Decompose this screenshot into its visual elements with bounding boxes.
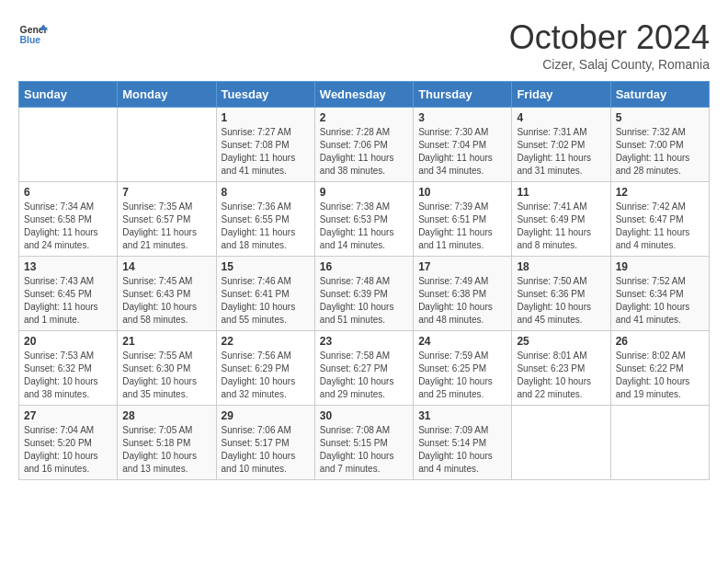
day-info: Sunrise: 8:01 AM Sunset: 6:23 PM Dayligh… (517, 350, 605, 401)
day-number: 9 (320, 186, 408, 199)
calendar-table: SundayMondayTuesdayWednesdayThursdayFrid… (18, 81, 710, 480)
day-number: 24 (418, 335, 506, 348)
calendar-cell: 23Sunrise: 7:58 AM Sunset: 6:27 PM Dayli… (314, 331, 413, 406)
day-number: 15 (222, 260, 310, 273)
calendar-cell: 12Sunrise: 7:42 AM Sunset: 6:47 PM Dayli… (610, 182, 709, 257)
day-number: 26 (616, 335, 704, 348)
calendar-cell: 10Sunrise: 7:39 AM Sunset: 6:51 PM Dayli… (414, 182, 512, 257)
day-number: 11 (517, 186, 605, 199)
day-info: Sunrise: 7:46 AM Sunset: 6:41 PM Dayligh… (222, 275, 310, 327)
calendar-cell: 28Sunrise: 7:05 AM Sunset: 5:18 PM Dayli… (118, 406, 216, 480)
day-info: Sunrise: 7:41 AM Sunset: 6:49 PM Dayligh… (517, 201, 605, 252)
day-number: 6 (24, 186, 112, 199)
day-number: 12 (616, 186, 704, 199)
calendar-cell: 3Sunrise: 7:30 AM Sunset: 7:04 PM Daylig… (414, 108, 512, 182)
calendar-cell: 4Sunrise: 7:31 AM Sunset: 7:02 PM Daylig… (512, 108, 610, 182)
day-number: 13 (24, 260, 112, 273)
day-number: 28 (122, 409, 210, 422)
calendar-cell: 18Sunrise: 7:50 AM Sunset: 6:36 PM Dayli… (512, 257, 610, 331)
calendar-cell: 16Sunrise: 7:48 AM Sunset: 6:39 PM Dayli… (314, 257, 413, 331)
day-info: Sunrise: 7:43 AM Sunset: 6:45 PM Dayligh… (24, 275, 112, 327)
logo: General Blue (18, 18, 48, 48)
calendar-cell: 8Sunrise: 7:36 AM Sunset: 6:55 PM Daylig… (216, 182, 314, 257)
day-info: Sunrise: 7:39 AM Sunset: 6:51 PM Dayligh… (418, 201, 506, 252)
day-info: Sunrise: 7:42 AM Sunset: 6:47 PM Dayligh… (616, 201, 704, 252)
day-info: Sunrise: 7:08 AM Sunset: 5:15 PM Dayligh… (320, 424, 408, 476)
day-info: Sunrise: 7:48 AM Sunset: 6:39 PM Dayligh… (320, 275, 408, 327)
calendar-cell (610, 406, 709, 480)
day-info: Sunrise: 8:02 AM Sunset: 6:22 PM Dayligh… (616, 350, 704, 401)
day-of-week-header: Friday (512, 82, 610, 108)
calendar-week-row: 27Sunrise: 7:04 AM Sunset: 5:20 PM Dayli… (19, 406, 710, 480)
calendar-cell: 25Sunrise: 8:01 AM Sunset: 6:23 PM Dayli… (512, 331, 610, 406)
day-info: Sunrise: 7:06 AM Sunset: 5:17 PM Dayligh… (222, 424, 310, 476)
day-info: Sunrise: 7:58 AM Sunset: 6:27 PM Dayligh… (320, 350, 408, 401)
day-info: Sunrise: 7:05 AM Sunset: 5:18 PM Dayligh… (122, 424, 210, 476)
day-info: Sunrise: 7:53 AM Sunset: 6:32 PM Dayligh… (24, 350, 112, 401)
location-subtitle: Cizer, Salaj County, Romania (509, 57, 710, 72)
day-number: 29 (222, 409, 310, 422)
calendar-cell: 14Sunrise: 7:45 AM Sunset: 6:43 PM Dayli… (118, 257, 216, 331)
calendar-week-row: 1Sunrise: 7:27 AM Sunset: 7:08 PM Daylig… (19, 108, 710, 182)
calendar-cell (512, 406, 610, 480)
calendar-cell: 20Sunrise: 7:53 AM Sunset: 6:32 PM Dayli… (19, 331, 118, 406)
calendar-cell: 9Sunrise: 7:38 AM Sunset: 6:53 PM Daylig… (314, 182, 413, 257)
calendar-cell: 21Sunrise: 7:55 AM Sunset: 6:30 PM Dayli… (118, 331, 216, 406)
calendar-cell: 17Sunrise: 7:49 AM Sunset: 6:38 PM Dayli… (414, 257, 512, 331)
day-number: 30 (320, 409, 408, 422)
calendar-week-row: 13Sunrise: 7:43 AM Sunset: 6:45 PM Dayli… (19, 257, 710, 331)
day-number: 7 (122, 186, 210, 199)
day-info: Sunrise: 7:30 AM Sunset: 7:04 PM Dayligh… (418, 126, 506, 178)
day-info: Sunrise: 7:31 AM Sunset: 7:02 PM Dayligh… (517, 126, 605, 178)
calendar-week-row: 20Sunrise: 7:53 AM Sunset: 6:32 PM Dayli… (19, 331, 710, 406)
day-info: Sunrise: 7:36 AM Sunset: 6:55 PM Dayligh… (222, 201, 310, 252)
day-info: Sunrise: 7:50 AM Sunset: 6:36 PM Dayligh… (517, 275, 605, 327)
day-info: Sunrise: 7:34 AM Sunset: 6:58 PM Dayligh… (24, 201, 112, 252)
calendar-cell: 11Sunrise: 7:41 AM Sunset: 6:49 PM Dayli… (512, 182, 610, 257)
day-number: 4 (517, 111, 605, 124)
day-info: Sunrise: 7:27 AM Sunset: 7:08 PM Dayligh… (222, 126, 310, 178)
day-info: Sunrise: 7:59 AM Sunset: 6:25 PM Dayligh… (418, 350, 506, 401)
day-number: 31 (418, 409, 506, 422)
day-number: 16 (320, 260, 408, 273)
calendar-cell: 19Sunrise: 7:52 AM Sunset: 6:34 PM Dayli… (610, 257, 709, 331)
page-header: General Blue October 2024 Cizer, Salaj C… (18, 18, 710, 72)
calendar-cell (118, 108, 216, 182)
calendar-cell: 7Sunrise: 7:35 AM Sunset: 6:57 PM Daylig… (118, 182, 216, 257)
day-info: Sunrise: 7:09 AM Sunset: 5:14 PM Dayligh… (418, 424, 506, 476)
day-info: Sunrise: 7:35 AM Sunset: 6:57 PM Dayligh… (122, 201, 210, 252)
calendar-cell (19, 108, 118, 182)
day-number: 5 (616, 111, 704, 124)
day-number: 2 (320, 111, 408, 124)
day-number: 19 (616, 260, 704, 273)
day-of-week-header: Wednesday (314, 82, 413, 108)
calendar-cell: 27Sunrise: 7:04 AM Sunset: 5:20 PM Dayli… (19, 406, 118, 480)
day-number: 21 (122, 335, 210, 348)
day-of-week-header: Sunday (19, 82, 118, 108)
calendar-cell: 1Sunrise: 7:27 AM Sunset: 7:08 PM Daylig… (216, 108, 314, 182)
logo-icon: General Blue (18, 18, 48, 48)
day-number: 10 (418, 186, 506, 199)
day-number: 1 (222, 111, 310, 124)
day-number: 23 (320, 335, 408, 348)
day-number: 14 (122, 260, 210, 273)
calendar-cell: 2Sunrise: 7:28 AM Sunset: 7:06 PM Daylig… (314, 108, 413, 182)
calendar-body: 1Sunrise: 7:27 AM Sunset: 7:08 PM Daylig… (19, 108, 710, 480)
day-number: 20 (24, 335, 112, 348)
calendar-cell: 13Sunrise: 7:43 AM Sunset: 6:45 PM Dayli… (19, 257, 118, 331)
day-info: Sunrise: 7:52 AM Sunset: 6:34 PM Dayligh… (616, 275, 704, 327)
day-info: Sunrise: 7:32 AM Sunset: 7:00 PM Dayligh… (616, 126, 704, 178)
day-number: 25 (517, 335, 605, 348)
day-number: 22 (222, 335, 310, 348)
calendar-cell: 26Sunrise: 8:02 AM Sunset: 6:22 PM Dayli… (610, 331, 709, 406)
svg-text:Blue: Blue (20, 35, 41, 45)
calendar-cell: 30Sunrise: 7:08 AM Sunset: 5:15 PM Dayli… (314, 406, 413, 480)
day-info: Sunrise: 7:38 AM Sunset: 6:53 PM Dayligh… (320, 201, 408, 252)
day-number: 17 (418, 260, 506, 273)
calendar-cell: 22Sunrise: 7:56 AM Sunset: 6:29 PM Dayli… (216, 331, 314, 406)
day-number: 18 (517, 260, 605, 273)
day-of-week-header: Thursday (414, 82, 512, 108)
calendar-cell: 6Sunrise: 7:34 AM Sunset: 6:58 PM Daylig… (19, 182, 118, 257)
calendar-cell: 31Sunrise: 7:09 AM Sunset: 5:14 PM Dayli… (414, 406, 512, 480)
day-info: Sunrise: 7:04 AM Sunset: 5:20 PM Dayligh… (24, 424, 112, 476)
